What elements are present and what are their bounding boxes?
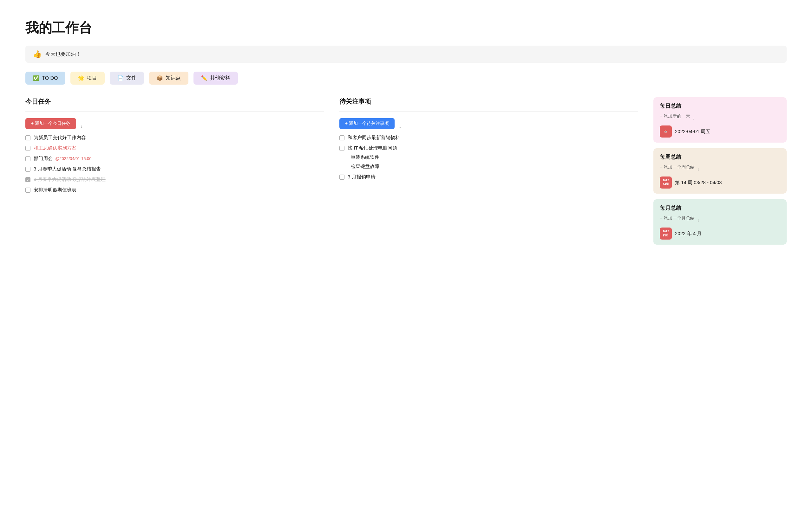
motivation-icon: 👍 [33,50,42,58]
weekly-summary-block: 每周总结 + 添加一个周总结 ↓ 2022 14周 第 14 周 03/28 -… [653,148,786,193]
motivation-text: 今天也要加油！ [45,51,81,58]
monthly-summary-title: 每月总结 [660,205,780,212]
list-item: 找 IT 帮忙处理电脑问题 重装系统软件 检查键盘故障 [339,145,638,170]
table-row: 3 月春季大促活动 复盘总结报告 [26,166,324,172]
table-row: 重装系统软件 [348,154,638,160]
tab-project-icon: 🌟 [78,75,84,81]
add-today-task-button[interactable]: + 添加一个今日任务 [26,118,76,129]
task-checkbox[interactable] [339,146,345,151]
pending-tasks-column: 待关注事项 + 添加一个待关注事项 ↓ 和客户同步最新营销物料 找 IT 帮忙处… [339,97,638,180]
daily-summary-date: 2022-04-01 周五 [675,129,710,135]
task-checkbox[interactable]: ✓ [26,177,31,182]
daily-sort-icon[interactable]: ↓ [693,116,695,120]
weekly-calendar-badge: 2022 14周 [660,176,672,188]
task-text: 重装系统软件 [351,154,379,160]
add-weekly-summary-button[interactable]: + 添加一个周总结 [660,164,695,170]
tab-todo-icon: ✅ [33,75,39,81]
today-tasks-column: 今日任务 + 添加一个今日任务 ↓ 为新员工交代好工作内容 和王总确认实施方案 … [26,97,324,193]
task-text-link[interactable]: 和王总确认实施方案 [34,145,77,151]
daily-summary-entry[interactable]: 📅 2022-04-01 周五 [660,125,780,137]
add-monthly-summary-button[interactable]: + 添加一个月总结 [660,216,695,221]
task-text: 为新员工交代好工作内容 [34,135,86,141]
weekly-summary-entry[interactable]: 2022 14周 第 14 周 03/28 - 04/03 [660,176,780,188]
task-checkbox[interactable] [26,167,31,172]
task-checkbox[interactable] [339,135,345,140]
pending-tasks-title: 待关注事项 [339,97,638,106]
table-row: 和王总确认实施方案 [26,145,324,151]
task-checkbox[interactable] [26,187,31,193]
tab-todo-label: TO DO [42,75,58,81]
task-checkbox[interactable] [26,156,31,161]
task-datetime: @2022/04/01 15:00 [55,156,91,161]
tab-other-label: 其他资料 [210,75,230,81]
tab-file[interactable]: 📄 文件 [110,72,144,84]
tab-todo[interactable]: ✅ TO DO [26,72,65,84]
monthly-summary-block: 每月总结 + 添加一个月总结 ↓ 2022 四月 2022 年 4 月 [653,199,786,245]
table-row: 安排清明假期值班表 [26,187,324,193]
table-row: 3 月报销申请 [339,174,638,180]
pending-tasks-sort-icon[interactable]: ↓ [399,124,401,129]
page-title: 我的工作台 [26,19,786,37]
today-tasks-divider [26,112,324,112]
daily-summary-block: 每日总结 + 添加新的一天 ↓ 📅 2022-04-01 周五 [653,97,786,143]
today-task-list: 为新员工交代好工作内容 和王总确认实施方案 部门周会 @2022/04/01 1… [26,135,324,193]
weekly-summary-label: 第 14 周 03/28 - 04/03 [675,180,722,186]
table-row: 检查键盘故障 [348,164,638,170]
monthly-sort-icon[interactable]: ↓ [697,218,699,222]
table-row: ✓ 3 月春季大促活动 数据统计表整理 [26,176,324,182]
monthly-summary-entry[interactable]: 2022 四月 2022 年 4 月 [660,228,780,239]
tab-file-icon: 📄 [117,75,124,81]
task-checkbox[interactable] [26,146,31,151]
motivation-bar: 👍 今天也要加油！ [26,46,786,63]
task-text: 和客户同步最新营销物料 [348,135,400,141]
tab-knowledge-icon: 📦 [157,75,163,81]
task-text: 找 IT 帮忙处理电脑问题 [348,145,397,151]
tab-file-label: 文件 [126,75,136,81]
pending-task-list: 和客户同步最新营销物料 找 IT 帮忙处理电脑问题 重装系统软件 检查键盘故障 [339,135,638,180]
tab-other[interactable]: ✏️ 其他资料 [194,72,238,84]
task-text: 部门周会 @2022/04/01 15:00 [34,156,92,162]
task-text: 检查键盘故障 [351,164,379,170]
table-row: 部门周会 @2022/04/01 15:00 [26,156,324,162]
weekly-summary-title: 每周总结 [660,153,780,161]
task-text: 安排清明假期值班表 [34,187,77,193]
add-daily-summary-button[interactable]: + 添加新的一天 [660,113,690,119]
tabs-row: ✅ TO DO 🌟 项目 📄 文件 📦 知识点 ✏️ 其他资料 [26,72,786,84]
task-checkbox[interactable] [339,175,345,180]
main-grid: 今日任务 + 添加一个今日任务 ↓ 为新员工交代好工作内容 和王总确认实施方案 … [26,97,786,250]
task-text: 3 月春季大促活动 复盘总结报告 [34,166,101,172]
weekly-sort-icon[interactable]: ↓ [697,167,699,171]
add-pending-task-button[interactable]: + 添加一个待关注事项 [339,118,395,129]
summary-column: 每日总结 + 添加新的一天 ↓ 📅 2022-04-01 周五 每周总结 + 添… [653,97,786,250]
task-text: 3 月报销申请 [348,174,375,180]
tab-project-label: 项目 [87,75,97,81]
tab-project[interactable]: 🌟 项目 [70,72,105,84]
subtask-list: 重装系统软件 检查键盘故障 [339,154,638,170]
daily-summary-title: 每日总结 [660,102,780,110]
monthly-summary-label: 2022 年 4 月 [675,231,702,237]
table-row: 和客户同步最新营销物料 [339,135,638,141]
tab-knowledge-label: 知识点 [165,75,181,81]
today-tasks-title: 今日任务 [26,97,324,106]
tab-other-icon: ✏️ [201,75,207,81]
today-tasks-sort-icon[interactable]: ↓ [81,124,83,129]
task-checkbox[interactable] [26,135,31,140]
pending-tasks-divider [339,112,638,112]
monthly-calendar-badge: 2022 四月 [660,228,672,239]
daily-calendar-icon: 📅 [660,125,672,137]
table-row: 为新员工交代好工作内容 [26,135,324,141]
task-text-checked: 3 月春季大促活动 数据统计表整理 [34,176,106,182]
tab-knowledge[interactable]: 📦 知识点 [149,72,189,84]
